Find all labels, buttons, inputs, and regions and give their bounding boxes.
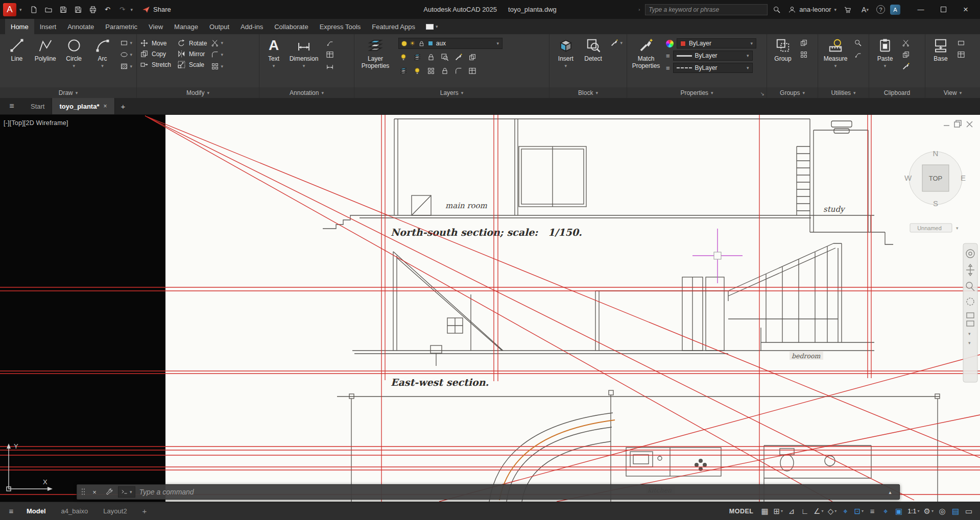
save-button[interactable] [57, 4, 70, 16]
share-button[interactable]: Share [142, 6, 171, 14]
layer-tool-icon[interactable] [468, 67, 476, 77]
detect-tool[interactable]: Detect [580, 37, 607, 62]
lineweight-dropdown[interactable]: ByLayer ▾ [673, 51, 753, 61]
lineweight-display-toggle[interactable]: ≡ [866, 505, 878, 518]
copy-tool[interactable]: Copy [140, 49, 171, 58]
search-chevron-icon[interactable]: › [638, 7, 640, 12]
undo-button[interactable]: ↶ [101, 4, 114, 16]
osnap-tracking-toggle[interactable]: ⌖ [840, 505, 852, 518]
panel-title-groups[interactable]: Groups▾ [767, 87, 818, 98]
circle-tool[interactable]: Circle▾ [60, 37, 88, 69]
command-line-bar[interactable]: × ▾ ▴ [77, 484, 900, 500]
account-menu[interactable]: ana-leonor ▾ [788, 6, 836, 14]
trim-tool-icon[interactable]: ▾ [211, 39, 223, 47]
text-tool[interactable]: AText▾ [262, 37, 285, 69]
rectangle-tool-icon[interactable]: ▾ [120, 39, 132, 47]
cut-icon[interactable] [902, 39, 910, 47]
new-drawing-tab-button[interactable]: + [115, 98, 132, 114]
model-tab[interactable]: Model [20, 507, 52, 515]
clean-screen-toggle[interactable]: ▭ [963, 505, 975, 518]
panel-title-block[interactable]: Block▾ [549, 87, 627, 98]
tab-output[interactable]: Output [204, 19, 235, 34]
tab-insert[interactable]: Insert [34, 19, 62, 34]
infer-constraints-toggle[interactable]: ⊿ [785, 505, 798, 518]
measure-tool[interactable]: Measure▾ [821, 37, 850, 69]
object-color-dropdown[interactable]: ByLayer ▾ [677, 38, 756, 48]
properties-dialog-launcher-icon[interactable]: ↘ [760, 91, 764, 96]
line-tool[interactable]: Line [3, 37, 31, 62]
arc-tool[interactable]: Arc▾ [89, 37, 116, 69]
panel-title-modify[interactable]: Modify▾ [137, 87, 259, 98]
graphics-performance-toggle[interactable]: ▤ [949, 505, 962, 518]
panel-title-draw[interactable]: Draw▾ [0, 87, 136, 98]
scale-tool[interactable]: Scale [177, 60, 207, 69]
move-tool[interactable]: Move [140, 39, 171, 47]
new-layout-button[interactable]: + [136, 507, 153, 515]
quick-select-icon[interactable] [854, 39, 862, 47]
new-file-button[interactable] [27, 4, 40, 16]
layer-tool-icon[interactable] [441, 67, 449, 77]
layer-tool-icon[interactable] [399, 53, 408, 63]
redo-button[interactable]: ↷ [116, 4, 129, 16]
linetype-dropdown[interactable]: ByLayer ▾ [673, 63, 753, 73]
dimension-style-icon[interactable] [326, 62, 334, 70]
array-tool-icon[interactable]: ▾ [211, 62, 223, 70]
mirror-tool[interactable]: Mirror [177, 49, 207, 58]
layer-tool-icon[interactable] [468, 53, 476, 63]
rotate-tool[interactable]: Rotate [177, 39, 207, 47]
layout-tab-layout2[interactable]: Layout2 [97, 507, 133, 515]
tab-annotate[interactable]: Annotate [62, 19, 100, 34]
leader-tool-icon[interactable] [326, 39, 334, 47]
model-space-indicator[interactable]: MODEL [729, 508, 754, 515]
drawing-canvas[interactable]: main room study bedroom kitchen North-so… [0, 115, 980, 502]
paste-tool[interactable]: Paste▾ [872, 37, 898, 69]
tab-parametric[interactable]: Parametric [100, 19, 143, 34]
tab-view[interactable]: View [143, 19, 169, 34]
group-edit-icon[interactable] [800, 51, 808, 59]
stretch-tool[interactable]: Stretch [140, 60, 171, 69]
search-input[interactable] [649, 6, 764, 13]
open-file-button[interactable] [42, 4, 55, 16]
tab-collaborate[interactable]: Collaborate [269, 19, 314, 34]
navigation-bar[interactable]: ▾ ▾ [963, 243, 977, 382]
layer-tool-icon[interactable] [441, 53, 449, 63]
command-expand-icon[interactable]: ▴ [885, 489, 895, 495]
command-input[interactable] [139, 488, 881, 496]
tab-add-ins[interactable]: Add-ins [235, 19, 269, 34]
lineweight-list-icon[interactable]: ≡ [666, 52, 670, 60]
file-tabs-menu-icon[interactable]: ≡ [0, 98, 23, 114]
start-tab[interactable]: Start [23, 98, 52, 114]
panel-title-annotation[interactable]: Annotation▾ [259, 87, 354, 98]
polar-tracking-toggle[interactable]: ∠▾ [812, 505, 825, 518]
layout-tab-a4-baixo[interactable]: a4_baixo [55, 507, 94, 515]
assistant-icon[interactable]: A▾ [859, 4, 871, 16]
search-icon[interactable] [771, 4, 783, 16]
ortho-mode-toggle[interactable]: ∟ [799, 505, 811, 518]
maximize-button[interactable] [932, 0, 954, 19]
workspace-switching-button[interactable]: ⚙▾ [922, 505, 935, 518]
dynamic-input-toggle[interactable]: ⌖ [879, 505, 892, 518]
close-tab-icon[interactable]: × [103, 103, 107, 110]
match-properties-tool[interactable]: Match Properties [630, 37, 662, 69]
search-field[interactable] [645, 4, 768, 15]
panel-title-view[interactable]: View▾ [925, 87, 980, 98]
layer-properties-tool[interactable]: Layer Properties [357, 37, 393, 69]
panel-title-utilities[interactable]: Utilities▾ [818, 87, 869, 98]
polyline-tool[interactable]: Polyline [32, 37, 59, 62]
command-customize-wrench-icon[interactable] [104, 488, 114, 496]
save-as-button[interactable] [71, 4, 85, 16]
panel-title-properties[interactable]: Properties▾ [627, 87, 767, 98]
match-properties-small-icon[interactable] [902, 62, 910, 70]
id-point-icon[interactable] [854, 51, 862, 59]
autodesk-app-icon[interactable]: A [890, 5, 900, 15]
fillet-tool-icon[interactable]: ▾ [211, 51, 223, 59]
layer-tool-icon[interactable] [399, 67, 408, 77]
viewport-config-icon[interactable] [957, 39, 965, 47]
document-tab[interactable]: toyo_planta*× [52, 98, 114, 114]
layer-tool-icon[interactable] [455, 53, 463, 63]
dimension-tool[interactable]: Dimension▾ [286, 37, 322, 69]
minimize-button[interactable]: — [910, 0, 932, 19]
snap-mode-toggle[interactable]: ⊞▾ [772, 505, 784, 518]
ellipse-tool-icon[interactable]: ▾ [120, 51, 132, 59]
workspace-box-button[interactable]: ▾ [421, 19, 443, 34]
